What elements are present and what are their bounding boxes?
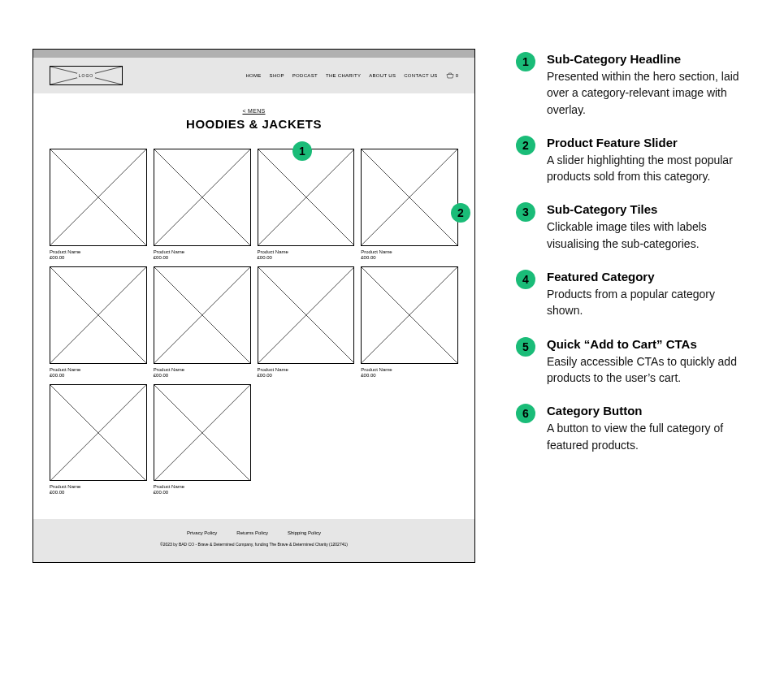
product-price: £00.00 [50, 373, 147, 378]
product-price: £00.00 [50, 255, 147, 260]
product-grid: Product Name£00.00Product Name£00.00Prod… [33, 139, 474, 504]
annotation-description: A slider highlighting the most popular p… [547, 152, 752, 185]
product-image-placeholder [361, 266, 458, 364]
product-price: £00.00 [50, 490, 147, 495]
annotation-body: Category ButtonA button to view the full… [547, 404, 752, 453]
product-name: Product Name [361, 249, 458, 254]
product-price: £00.00 [258, 373, 355, 378]
product-card[interactable]: Product Name£00.00 [361, 149, 458, 260]
product-price: £00.00 [361, 255, 458, 260]
product-name: Product Name [154, 484, 251, 489]
annotation-description: Easily accessible CTAs to quickly add pr… [547, 353, 752, 387]
nav-item-contact[interactable]: CONTACT US [404, 73, 437, 78]
product-price: £00.00 [258, 255, 355, 260]
annotation-list: 1Sub-Category HeadlinePresented within t… [516, 49, 752, 563]
annotation-body: Sub-Category HeadlinePresented within th… [547, 52, 752, 118]
annotation-title: Product Feature Slider [547, 136, 752, 149]
product-card[interactable]: Product Name£00.00 [50, 149, 147, 260]
basket-icon [446, 72, 454, 79]
product-name: Product Name [154, 249, 251, 254]
annotation-description: Presented within the hero section, laid … [547, 68, 752, 118]
footer-link-returns[interactable]: Returns Policy [236, 530, 268, 535]
annotation-body: Product Feature SliderA slider highlight… [547, 136, 752, 185]
site-footer: Privacy Policy Returns Policy Shipping P… [33, 519, 474, 562]
annotation-description: Clickable image tiles with labels visual… [547, 219, 752, 252]
cart-count: 0 [456, 73, 458, 78]
product-image-placeholder [258, 149, 355, 246]
annotation-number-badge: 1 [516, 52, 535, 71]
annotation-title: Sub-Category Headline [547, 52, 752, 66]
breadcrumb-back[interactable]: < MENS [33, 108, 474, 114]
product-card[interactable]: Product Name£00.00 [154, 384, 251, 495]
product-image-placeholder [50, 149, 147, 246]
annotation-number-badge: 4 [516, 270, 535, 289]
cart-button[interactable]: 0 [446, 72, 458, 79]
product-image-placeholder [50, 266, 147, 364]
product-image-placeholder [361, 149, 458, 246]
annotation-item: 3Sub-Category TilesClickable image tiles… [516, 202, 752, 252]
annotation-body: Sub-Category TilesClickable image tiles … [547, 202, 752, 252]
annotation-item: 5Quick “Add to Cart” CTAsEasily accessib… [516, 337, 752, 387]
product-card[interactable]: Product Name£00.00 [154, 149, 251, 260]
product-image-placeholder [154, 266, 251, 364]
wireframe-panel: LOGO HOME SHOP PODCAST THE CHARITY ABOUT… [32, 49, 475, 563]
annotation-number-badge: 5 [516, 337, 535, 357]
logo-label: LOGO [77, 73, 95, 78]
annotation-title: Quick “Add to Cart” CTAs [547, 337, 752, 351]
annotation-title: Featured Category [547, 270, 752, 283]
nav-item-charity[interactable]: THE CHARITY [326, 73, 361, 78]
nav-item-shop[interactable]: SHOP [270, 73, 284, 78]
product-image-placeholder [154, 384, 251, 482]
product-price: £00.00 [154, 373, 251, 378]
annotation-number-badge: 2 [516, 136, 535, 155]
page-title: HOODIES & JACKETS [33, 117, 474, 131]
annotation-title: Category Button [547, 404, 752, 418]
product-name: Product Name [154, 367, 251, 372]
annotation-item: 6Category ButtonA button to view the ful… [516, 404, 752, 453]
annotation-description: Products from a popular category shown. [547, 286, 752, 319]
product-card[interactable]: Product Name£00.00 [258, 149, 355, 260]
annotation-number-badge: 6 [516, 404, 535, 423]
annotation-marker: 1 [292, 141, 312, 161]
footer-link-privacy[interactable]: Privacy Policy [187, 530, 217, 535]
product-name: Product Name [258, 367, 355, 372]
annotation-body: Featured CategoryProducts from a popular… [547, 270, 752, 319]
product-price: £00.00 [361, 373, 458, 378]
diagram-stage: LOGO HOME SHOP PODCAST THE CHARITY ABOUT… [0, 0, 784, 595]
annotation-number-badge: 3 [516, 202, 535, 222]
site-header: LOGO HOME SHOP PODCAST THE CHARITY ABOUT… [33, 58, 474, 93]
product-image-placeholder [154, 149, 251, 246]
product-card[interactable]: Product Name£00.00 [50, 384, 147, 495]
annotation-item: 4Featured CategoryProducts from a popula… [516, 270, 752, 319]
product-card[interactable]: Product Name£00.00 [361, 266, 458, 378]
annotation-item: 1Sub-Category HeadlinePresented within t… [516, 52, 752, 118]
product-name: Product Name [258, 249, 355, 254]
hero-section: < MENS HOODIES & JACKETS [33, 93, 474, 139]
product-image-placeholder [50, 384, 147, 482]
nav-item-podcast[interactable]: PODCAST [292, 73, 318, 78]
annotation-item: 2Product Feature SliderA slider highligh… [516, 136, 752, 185]
nav-item-about[interactable]: ABOUT US [369, 73, 396, 78]
annotation-marker: 2 [451, 203, 470, 223]
product-card[interactable]: Product Name£00.00 [50, 266, 147, 378]
footer-copyright: ©2023 by BAD CO - Brave & Determined Com… [66, 542, 442, 547]
primary-nav: HOME SHOP PODCAST THE CHARITY ABOUT US C… [245, 72, 458, 79]
footer-link-shipping[interactable]: Shipping Policy [288, 530, 321, 535]
product-card[interactable]: Product Name£00.00 [258, 266, 355, 378]
product-name: Product Name [50, 367, 147, 372]
browser-chrome-bar [33, 50, 474, 58]
product-name: Product Name [50, 249, 147, 254]
annotation-title: Sub-Category Tiles [547, 202, 752, 216]
product-name: Product Name [361, 367, 458, 372]
annotation-body: Quick “Add to Cart” CTAsEasily accessibl… [547, 337, 752, 387]
footer-links: Privacy Policy Returns Policy Shipping P… [66, 530, 442, 535]
product-image-placeholder [258, 266, 355, 364]
annotation-description: A button to view the full category of fe… [547, 420, 752, 453]
product-name: Product Name [50, 484, 147, 489]
logo-placeholder[interactable]: LOGO [50, 66, 123, 85]
product-card[interactable]: Product Name£00.00 [154, 266, 251, 378]
product-price: £00.00 [154, 490, 251, 495]
product-price: £00.00 [154, 255, 251, 260]
nav-item-home[interactable]: HOME [245, 73, 261, 78]
